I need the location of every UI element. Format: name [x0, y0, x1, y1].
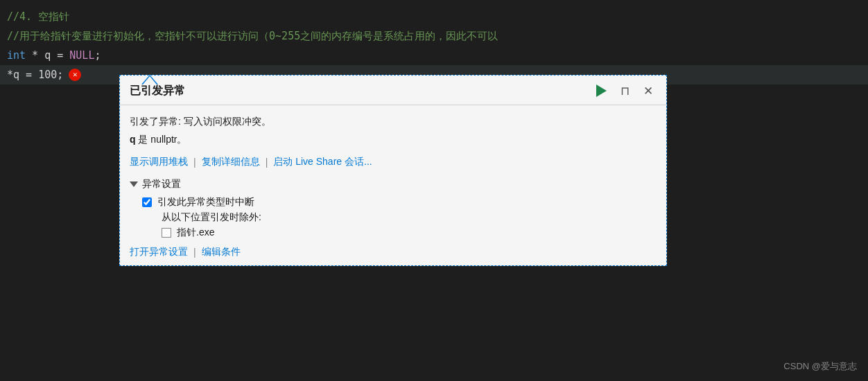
break-on-exception-checkbox[interactable] [142, 197, 152, 207]
section-title-text: 异常设置 [142, 178, 181, 190]
pin-button[interactable]: ⊓ [616, 82, 633, 99]
close-button[interactable]: ✕ [640, 82, 657, 99]
exception-popup: 已引发异常 ⊓ ✕ 引发了异常: 写入访问权限冲突。 q 是 nullptr。 [119, 75, 667, 266]
play-button[interactable] [593, 82, 609, 99]
exception-message-2: q 是 nullptr。 [130, 132, 657, 147]
exception-var: q [130, 134, 136, 145]
popup-footer-links: 打开异常设置 | 编辑条件 [130, 246, 657, 258]
sub-checkbox-row: 指针.exe [142, 227, 657, 239]
popup-body: 引发了异常: 写入访问权限冲突。 q 是 nullptr。 显示调用堆栈 | 复… [120, 105, 666, 265]
open-exception-settings-link[interactable]: 打开异常设置 [130, 246, 188, 258]
close-icon: ✕ [643, 84, 653, 98]
section-header[interactable]: 异常设置 [130, 178, 657, 190]
code-editor: //4. 空指针 //用于给指针变量进行初始化，空指针不可以进行访问（0~255… [0, 0, 868, 381]
popup-controls: ⊓ ✕ [593, 82, 657, 99]
popup-title: 已引发异常 [130, 84, 185, 98]
checkbox-break-on-exception: 引发此异常类型时中断 [142, 196, 657, 209]
comment-1: //4. 空指针 [7, 7, 69, 26]
show-call-stack-link[interactable]: 显示调用堆栈 [130, 156, 188, 168]
play-icon [596, 85, 607, 97]
error-icon [69, 69, 81, 81]
keyword-int: int [7, 46, 26, 65]
start-live-share-link[interactable]: 启动 Live Share 会话... [273, 156, 372, 168]
break-on-exception-label: 引发此异常类型时中断 [157, 196, 254, 209]
sep-1: | [193, 157, 196, 168]
exception-message-1: 引发了异常: 写入访问权限冲突。 [130, 114, 657, 129]
edit-condition-link[interactable]: 编辑条件 [202, 246, 241, 258]
popup-caret [141, 75, 158, 85]
csdn-watermark: CSDN @爱与意志 [783, 360, 857, 373]
code-plain-2: ; [94, 46, 101, 65]
code-line-2: //用于给指针变量进行初始化，空指针不可以进行访问（0~255之间的内存编号是系… [0, 26, 868, 46]
code-error-text: *q = 100; [7, 65, 63, 85]
footer-sep: | [193, 247, 196, 258]
code-plain-1: * q = [26, 46, 69, 65]
popup-header: 已引发异常 ⊓ ✕ [120, 76, 666, 105]
keyword-null: NULL [69, 46, 94, 65]
sub-label-row: 从以下位置引发时除外: [142, 211, 657, 224]
comment-2: //用于给指针变量进行初始化，空指针不可以进行访问（0~255之间的内存编号是系… [7, 26, 498, 46]
popup-links: 显示调用堆栈 | 复制详细信息 | 启动 Live Share 会话... [130, 156, 657, 168]
triangle-icon [130, 181, 138, 187]
copy-details-link[interactable]: 复制详细信息 [202, 156, 260, 168]
sub-label-text: 从以下位置引发时除外: [162, 211, 261, 224]
code-line-3: int * q = NULL ; [0, 46, 868, 65]
sep-2: | [266, 157, 268, 168]
caret-inner [143, 76, 157, 85]
code-line-1: //4. 空指针 [0, 7, 868, 26]
exe-checkbox[interactable] [162, 228, 171, 238]
exception-suffix: 是 nullptr。 [136, 134, 187, 145]
exe-label: 指针.exe [177, 227, 214, 239]
pin-icon: ⊓ [620, 84, 630, 98]
settings-content: 引发此异常类型时中断 从以下位置引发时除外: 指针.exe [130, 196, 657, 239]
